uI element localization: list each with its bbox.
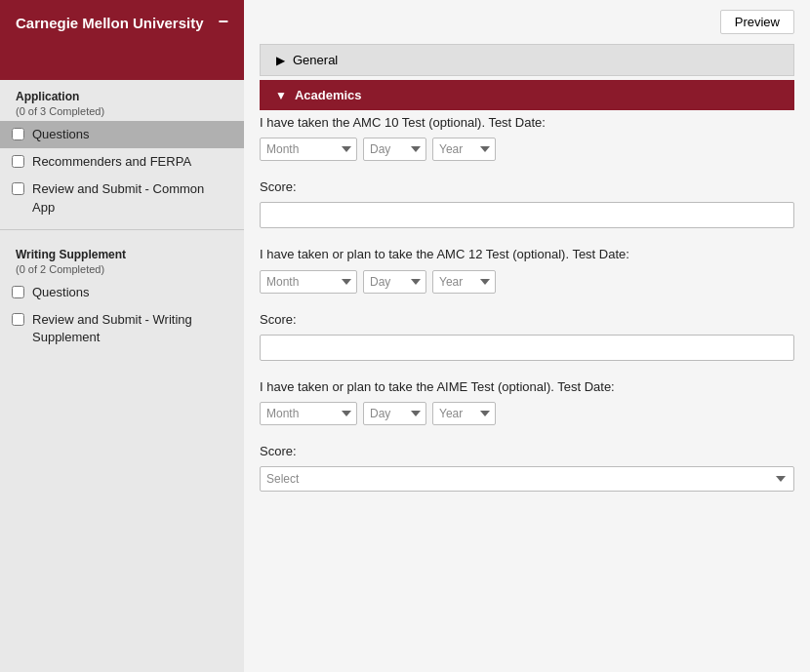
sidebar-item-label-review-writing: Review and Submit - Writing Supplement xyxy=(32,311,228,346)
checkbox-writing-questions[interactable] xyxy=(12,286,24,298)
amc10-score-label: Score: xyxy=(260,178,794,196)
sidebar-item-review-writing[interactable]: Review and Submit - Writing Supplement xyxy=(0,306,244,351)
amc12-date-row: Month JanuaryFebruaryMarch AprilMayJune … xyxy=(260,270,794,294)
academics-section-header[interactable]: ▼ Academics xyxy=(260,80,794,110)
amc10-year-select[interactable]: Year xyxy=(432,138,496,161)
aime-day-select[interactable]: Day xyxy=(363,402,426,425)
aime-score-select[interactable]: Select xyxy=(260,466,794,492)
sidebar-item-label-review-common: Review and Submit - Common App xyxy=(32,180,228,216)
amc10-score-input[interactable] xyxy=(260,202,794,228)
amc12-score-label: Score: xyxy=(260,311,794,329)
form-group-amc10-score: Score: xyxy=(260,178,794,228)
amc12-day-select[interactable]: Day xyxy=(363,270,426,294)
checkbox-review-writing[interactable] xyxy=(12,313,24,326)
form-area: I have taken the AMC 10 Test (optional).… xyxy=(244,114,810,525)
checkbox-review-common[interactable] xyxy=(12,182,24,195)
checkbox-questions[interactable] xyxy=(12,128,24,140)
aime-label: I have taken or plan to take the AIME Te… xyxy=(260,378,794,396)
section-meta-writing: (0 of 2 Completed) xyxy=(0,263,244,279)
section-label-writing: Writing Supplement xyxy=(0,238,244,263)
section-label-application: Application xyxy=(0,80,244,105)
main-content: Preview ▶ General ▼ Academics I have tak… xyxy=(244,0,810,672)
sidebar-item-writing-questions[interactable]: Questions xyxy=(0,279,244,306)
section-meta-application: (0 of 3 Completed) xyxy=(0,105,244,121)
form-group-amc12: I have taken or plan to take the AMC 12 … xyxy=(260,246,794,293)
general-section-header[interactable]: ▶ General xyxy=(260,44,794,76)
amc10-day-select[interactable]: Day xyxy=(363,138,426,161)
sidebar-item-label-recommenders: Recommenders and FERPA xyxy=(32,153,191,171)
main-header: Preview xyxy=(244,0,810,44)
amc12-label: I have taken or plan to take the AMC 12 … xyxy=(260,246,794,263)
academics-section-label: Academics xyxy=(295,88,362,102)
general-triangle: ▶ xyxy=(276,54,285,67)
amc12-score-input[interactable] xyxy=(260,335,794,361)
amc10-label: I have taken the AMC 10 Test (optional).… xyxy=(260,114,794,132)
academics-triangle: ▼ xyxy=(275,89,287,102)
amc10-month-select[interactable]: Month JanuaryFebruaryMarch AprilMayJune … xyxy=(260,138,357,161)
sidebar-divider xyxy=(0,229,244,230)
sidebar-item-questions[interactable]: Questions xyxy=(0,121,244,148)
preview-button[interactable]: Preview xyxy=(720,10,794,34)
amc10-date-row: Month JanuaryFebruaryMarch AprilMayJune … xyxy=(260,138,794,161)
sidebar-item-review-common[interactable]: Review and Submit - Common App xyxy=(0,176,244,220)
form-group-aime-score: Score: Select xyxy=(260,443,794,492)
form-group-aime: I have taken or plan to take the AIME Te… xyxy=(260,378,794,425)
aime-year-select[interactable]: Year xyxy=(432,402,496,425)
checkbox-recommenders[interactable] xyxy=(12,155,24,168)
aime-score-label: Score: xyxy=(260,443,794,460)
aime-month-select[interactable]: Month JanuaryFebruaryMarch AprilMayJune … xyxy=(260,402,357,425)
form-group-amc12-score: Score: xyxy=(260,311,794,361)
amc12-month-select[interactable]: Month JanuaryFebruaryMarch AprilMayJune … xyxy=(260,270,357,294)
general-section-label: General xyxy=(293,53,338,67)
minimize-button[interactable]: − xyxy=(218,12,228,32)
sidebar-header: Carnegie Mellon University − xyxy=(0,0,244,80)
aime-date-row: Month JanuaryFebruaryMarch AprilMayJune … xyxy=(260,402,794,425)
form-group-amc10: I have taken the AMC 10 Test (optional).… xyxy=(260,114,794,161)
amc12-year-select[interactable]: Year xyxy=(432,270,496,294)
sidebar-item-recommenders[interactable]: Recommenders and FERPA xyxy=(0,148,244,176)
sidebar: Carnegie Mellon University − Application… xyxy=(0,0,244,672)
sidebar-item-label-questions: Questions xyxy=(32,126,90,143)
university-name: Carnegie Mellon University xyxy=(16,14,208,33)
sidebar-item-label-writing-questions: Questions xyxy=(32,284,90,301)
